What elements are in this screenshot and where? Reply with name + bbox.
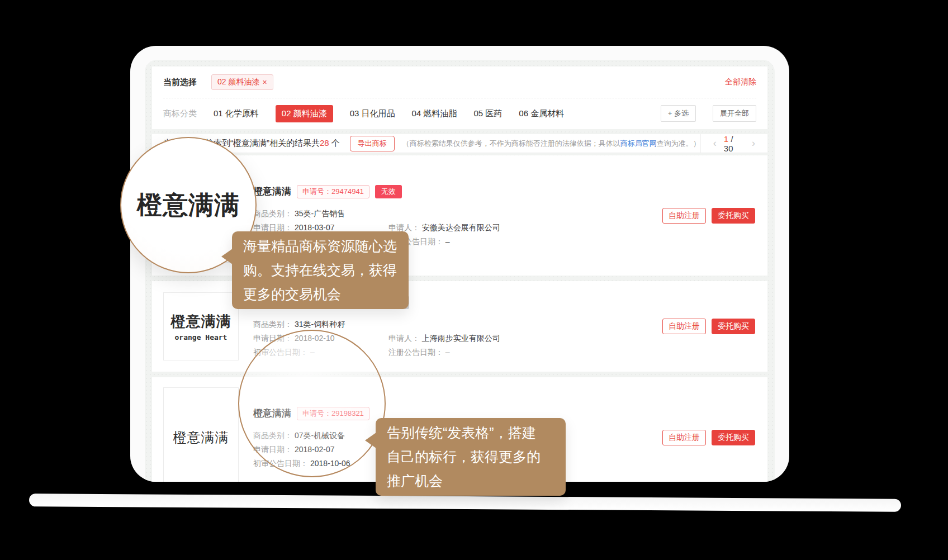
apply-date-value: 2018-03-07 — [295, 223, 335, 232]
magnified-trademark-text: 橙意满满 — [137, 188, 240, 222]
total-pages: 30 — [724, 144, 733, 153]
clear-all-button[interactable]: 全部清除 — [725, 77, 756, 87]
entrust-buy-button[interactable]: 委托购买 — [712, 208, 755, 224]
reg-announce-label: 注册公告日期： — [388, 348, 443, 357]
row-actions: 自助注册 委托购买 — [662, 430, 755, 445]
trademark-thumbnail-text: 橙意满满 — [173, 429, 229, 447]
category-label: 商品类别： — [253, 320, 292, 329]
trademark-thumbnail-subtext: orange Heart — [175, 333, 227, 341]
entrust-buy-button[interactable]: 委托购买 — [712, 430, 755, 445]
category-item-04[interactable]: 04 燃料油脂 — [412, 108, 457, 119]
applicant-value: 安徽美达会展有限公司 — [422, 223, 500, 232]
category-row-label: 商标分类 — [163, 108, 197, 119]
row-actions: 自助注册 委托购买 — [662, 319, 755, 334]
next-page-icon[interactable]: › — [752, 137, 755, 149]
applicant-label: 申请人： — [388, 223, 420, 232]
callout-line: 推广机会 — [387, 469, 554, 493]
disclaimer-suffix: 查询为准。） — [657, 139, 700, 148]
trademark-title-line: 橙意满满 申请号：29474941 无效 — [253, 185, 651, 198]
page-separator: / — [731, 134, 733, 144]
reg-announce-value: – — [445, 237, 450, 246]
pagination: ‹ 1 / 30 › — [700, 134, 767, 153]
category-item-06[interactable]: 06 金属材料 — [519, 108, 564, 119]
callout-line: 购。支持在线交易，获得 — [243, 258, 397, 282]
applicant-label: 申请人： — [388, 334, 420, 343]
category-row: 商标分类 01 化学原料 02 颜料油漆 03 日化用品 04 燃料油脂 05 … — [163, 98, 756, 129]
self-register-button[interactable]: 自助注册 — [662, 430, 706, 445]
results-summary-suffix: 个 — [329, 138, 340, 148]
results-count: 28 — [320, 138, 329, 148]
callout-line: 海量精品商标资源随心选 — [243, 234, 397, 258]
row-actions: 自助注册 委托购买 — [662, 208, 755, 224]
category-line: 商品类别： 31类-饲料种籽 — [253, 320, 651, 329]
callout-marketplace: 海量精品商标资源随心选 购。支持在线交易，获得 更多的交易机会 — [232, 231, 409, 309]
expand-all-button[interactable]: 展开全部 — [713, 105, 756, 122]
current-page: 1 — [724, 134, 728, 144]
trademark-thumbnail: 橙意满满 — [163, 387, 239, 482]
callout-line: 更多的交易机会 — [243, 282, 397, 306]
export-trademarks-button[interactable]: 导出商标 — [350, 136, 395, 151]
category-item-03[interactable]: 03 日化用品 — [350, 108, 395, 119]
callout-promotion: 告别传统“发表格”，搭建 自己的标行，获得更多的 推广机会 — [376, 418, 566, 496]
filter-card: 当前选择 02 颜料油漆 × 全部清除 商标分类 01 化学原料 02 颜料油漆… — [152, 67, 767, 129]
trademark-thumbnail: 橙意满满 orange Heart — [163, 292, 239, 360]
application-number-label: 申请号： — [302, 187, 331, 196]
current-selection-label: 当前选择 — [163, 77, 197, 88]
category-item-02-selected[interactable]: 02 颜料油漆 — [276, 105, 333, 122]
entrust-buy-button[interactable]: 委托购买 — [712, 319, 755, 334]
applicant-value: 上海雨步实业有限公司 — [422, 334, 500, 343]
disclaimer-text: （商标检索结果仅供参考，不作为商标能否注册的法律依据；具体以商标局官网查询为准。… — [402, 139, 700, 149]
category-line: 商品类别： 35类-广告销售 — [253, 209, 651, 219]
apply-date-label: 申请日期： — [253, 223, 292, 232]
category-label: 商品类别： — [253, 209, 292, 218]
remove-filter-icon[interactable]: × — [262, 78, 267, 86]
disclaimer-prefix: （商标检索结果仅供参考，不作为商标能否注册的法律依据；具体以 — [402, 139, 620, 148]
current-selection-row: 当前选择 02 颜料油漆 × 全部清除 — [163, 67, 756, 98]
self-register-button[interactable]: 自助注册 — [662, 208, 706, 224]
category-value: 31类-饲料种籽 — [295, 320, 345, 329]
application-number-value: 29474941 — [331, 187, 364, 196]
results-header: 当前分类下检索到“橙意满满”相关的结果共28 个 导出商标 （商标检索结果仅供参… — [152, 134, 767, 153]
trademark-name: 橙意满满 — [253, 185, 291, 198]
selected-filter-tag[interactable]: 02 颜料油漆 × — [211, 74, 273, 90]
selected-filter-tag-label: 02 颜料油漆 — [217, 77, 259, 87]
callout-arrow-left-icon — [221, 249, 233, 264]
application-number-tag: 申请号：29474941 — [297, 185, 369, 198]
apply-line: 申请日期： 2018-03-07 申请人： 安徽美达会展有限公司 — [253, 223, 651, 232]
prev-page-icon[interactable]: ‹ — [713, 137, 717, 149]
magnifier-ring — [238, 330, 386, 477]
callout-arrow-left-icon — [365, 433, 376, 448]
page-indicator: 1 / 30 — [724, 134, 745, 153]
category-item-05[interactable]: 05 医药 — [473, 108, 502, 119]
self-register-button[interactable]: 自助注册 — [662, 319, 706, 334]
multi-select-button[interactable]: + 多选 — [661, 105, 696, 122]
category-item-01[interactable]: 01 化学原料 — [214, 108, 259, 119]
status-badge: 无效 — [375, 185, 402, 198]
reg-announce-value: – — [445, 348, 450, 357]
category-value: 35类-广告销售 — [295, 209, 345, 218]
trademark-office-link[interactable]: 商标局官网 — [620, 139, 657, 148]
callout-line: 自己的标行，获得更多的 — [387, 445, 554, 469]
desk-shadow — [29, 493, 901, 512]
trademark-thumbnail-text: 橙意满满 — [171, 312, 231, 331]
callout-line: 告别传统“发表格”，搭建 — [387, 421, 554, 445]
